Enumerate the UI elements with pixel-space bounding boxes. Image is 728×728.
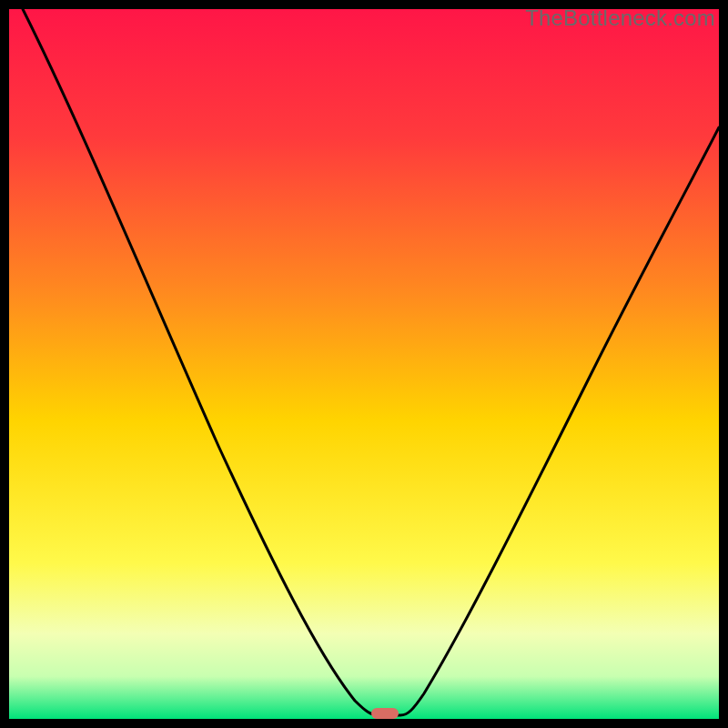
optimum-marker bbox=[371, 708, 399, 719]
chart-svg bbox=[9, 9, 719, 719]
gradient-background bbox=[9, 9, 719, 719]
plot-area bbox=[9, 9, 719, 719]
watermark-text: TheBottleneck.com bbox=[525, 5, 715, 31]
